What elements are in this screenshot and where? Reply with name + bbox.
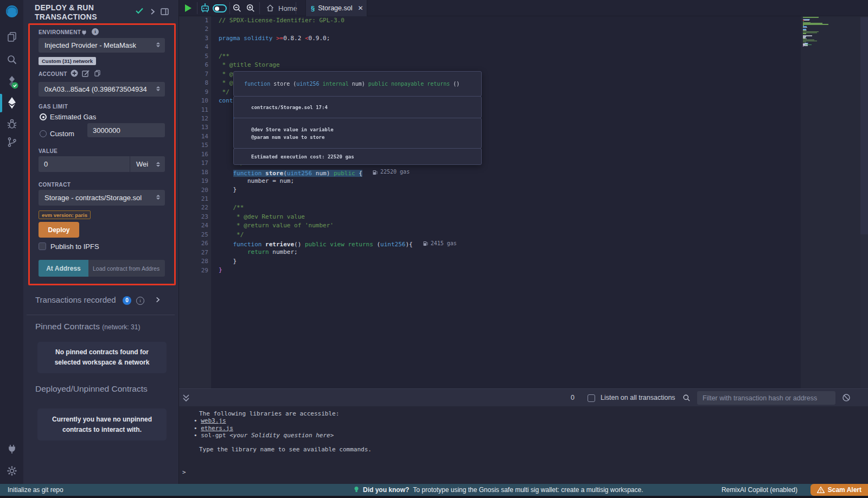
line-number: 28 [181,257,208,266]
plugin-manager-icon[interactable] [0,444,23,455]
line-number: 3 [181,34,208,43]
code-line: function retrieve() public view returns … [219,239,457,248]
deploy-run-icon[interactable] [0,97,23,110]
pin-panel-icon[interactable] [161,8,169,17]
code-line: * @title Storage [219,61,457,69]
updown-arrows-icon [156,41,161,49]
info-icon[interactable]: i [92,28,99,35]
line-number: 20 [181,186,208,195]
status-bar: Initialize as git repo Did you know? To … [0,484,868,496]
publish-ipfs-label: Publish to IPFS [50,242,99,251]
collapse-terminal-icon[interactable] [182,394,190,405]
settings-gear-icon[interactable] [0,465,23,476]
line-number: 1 [181,16,208,25]
copy-account-icon[interactable] [94,69,101,79]
network-badge: Custom (31) network [39,57,96,65]
zoom-in-icon[interactable] [246,3,256,15]
account-label: ACCOUNT [39,71,67,77]
did-you-know-tip: Did you know? To prototype using the Gno… [354,484,643,496]
transactions-expand-icon[interactable] [155,296,161,305]
add-account-icon[interactable] [71,69,78,79]
warning-icon [817,487,825,493]
zoom-out-icon[interactable] [232,3,242,15]
file-explorer-icon[interactable] [0,31,23,42]
remix-ai-robot-icon[interactable] [200,3,210,16]
panel-title: DEPLOY & RUN TRANSACTIONS [35,3,127,22]
line-number: 8 [181,79,208,87]
scrollbar-thumb [860,17,868,234]
copilot-status[interactable]: RemixAI Copilot (enabled) [722,484,797,496]
code-line: */ [219,231,457,239]
clear-terminal-icon[interactable] [842,393,851,404]
line-number: 18 [181,168,208,177]
line-number: 16 [181,150,208,159]
value-input[interactable] [39,156,130,172]
pinned-empty-message: No pinned contracts found for selected w… [37,342,167,373]
custom-gas-label: Custom [50,130,74,138]
line-number: 7 [181,70,208,79]
code-line [219,43,457,52]
search-icon[interactable] [0,54,23,65]
deploy-button[interactable]: Deploy [39,222,79,238]
main-area: Home § Storage.sol ✕ 1234567891011121314… [179,0,868,484]
sign-message-icon[interactable] [82,69,90,79]
code-line: // SPDX-License-Identifier: GPL-3.0 [219,16,457,25]
tooltip-path: contracts/Storage.sol 17:4 [233,96,482,118]
publish-ipfs-checkbox[interactable] [39,242,46,252]
estimated-gas-label: Estimated Gas [50,113,96,121]
line-number: 24 [181,221,208,230]
line-number: 12 [181,114,208,123]
environment-select[interactable]: Injected Provider - MetaMask [39,38,165,53]
transactions-info-icon[interactable]: i [136,295,144,305]
line-number: 6 [181,61,208,69]
debugger-icon[interactable] [0,118,23,129]
code-editor[interactable]: 1234567891011121314151617181920212223242… [179,16,868,388]
tab-storage-sol[interactable]: § Storage.sol ✕ [305,0,367,16]
evm-version-badge: evm version: paris [39,210,91,219]
account-select[interactable]: 0xA03...85ac4 (0.398673504934 [39,82,165,97]
git-repo-status[interactable]: Initialize as git repo [8,484,63,496]
line-number: 19 [181,177,208,186]
estimated-gas-radio[interactable] [40,113,47,123]
terminal[interactable]: The following libraries are accessible:•… [179,406,868,484]
at-address-input[interactable] [88,260,165,277]
line-number: 25 [181,231,208,239]
line-number: 11 [181,106,208,114]
terminal-line: • ethers.js [179,425,868,432]
at-address-button[interactable]: At Address [39,260,88,277]
code-line: function store(uint256 num) public {2252… [219,168,457,176]
custom-gas-radio[interactable] [40,130,47,139]
bottom-strip [0,496,868,498]
remix-logo-icon[interactable] [0,4,23,20]
scam-alert-button[interactable]: Scam Alert [810,484,868,496]
code-line: /** [219,52,457,61]
close-tab-icon[interactable]: ✕ [358,4,363,12]
value-unit-select[interactable]: Wei [130,156,165,172]
terminal-line: • sol-gpt <your Solidity question here> [179,432,868,439]
custom-gas-input[interactable] [87,123,165,137]
tab-home[interactable]: Home [259,0,304,16]
code-line: * @dev Return value [219,213,457,221]
run-script-icon[interactable] [185,4,192,12]
plug-icon[interactable] [81,28,87,38]
line-number: 15 [181,141,208,150]
remix-ide-window: DEPLOY & RUN TRANSACTIONS ENVIRONMENT i … [0,0,868,498]
line-number: 22 [181,203,208,212]
terminal-line [179,439,868,446]
git-icon[interactable] [0,137,23,148]
copilot-toggle[interactable] [213,4,227,12]
code-line: return number; [219,248,457,257]
solidity-compiler-icon[interactable] [0,75,23,89]
listen-transactions-checkbox[interactable] [588,394,595,402]
minimap[interactable] [801,16,860,388]
contract-select[interactable]: Storage - contracts/Storage.sol [39,190,165,206]
terminal-link[interactable]: ethers.js [201,425,233,432]
code-line: pragma solidity >=0.8.2 <0.9.0; [219,34,457,43]
code-line [219,25,457,34]
gas-estimate-widget: 2415 gas [423,239,457,248]
chevron-right-icon[interactable] [149,8,156,17]
terminal-link[interactable]: web3.js [201,417,226,424]
hover-tooltip: function store (uint256 internal num) pu… [233,72,482,165]
filter-transactions-input[interactable] [697,391,835,405]
contract-label: CONTRACT [39,182,71,188]
